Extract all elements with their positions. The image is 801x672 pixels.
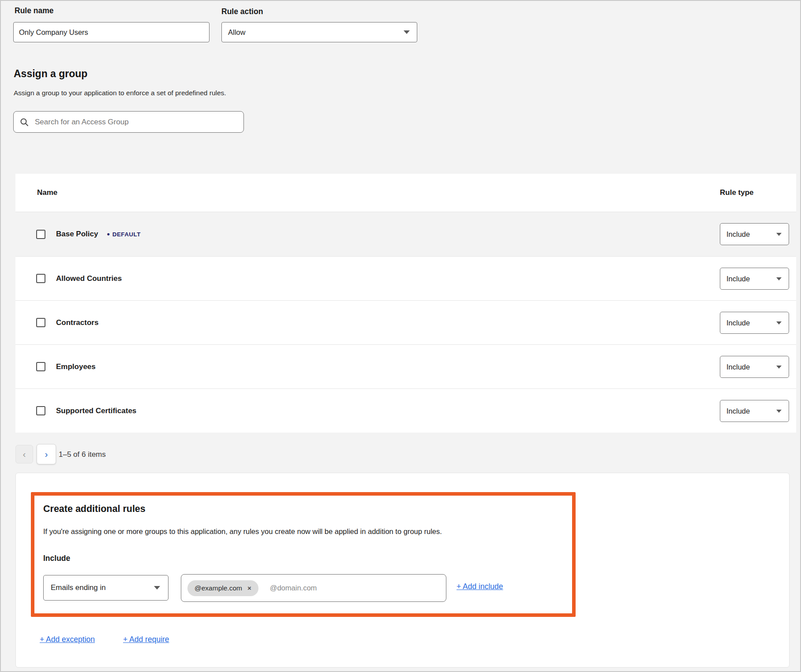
table-row: Base Policy • DEFAULT Include [15, 212, 796, 256]
table-row: Supported Certificates Include [15, 388, 796, 433]
default-badge: • DEFAULT [107, 230, 140, 238]
additional-rules-description: If you're assigning one or more groups t… [43, 527, 564, 536]
chevron-down-icon [776, 277, 782, 280]
bullet-icon: • [107, 230, 109, 238]
table-header: Name Rule type [15, 174, 796, 212]
remove-chip-icon[interactable]: × [247, 585, 251, 591]
row-name: Supported Certificates [56, 407, 136, 415]
rule-type-select[interactable]: Include [720, 400, 789, 422]
access-group-search [13, 111, 244, 133]
email-domains-input: @example.com × [181, 574, 446, 602]
table-row: Allowed Countries Include [15, 256, 796, 300]
page: Rule name Rule action Allow Assign a gro… [0, 0, 801, 672]
row-name: Base Policy [56, 230, 98, 239]
include-label: Include [43, 554, 70, 563]
rule-action-select[interactable]: Allow [221, 22, 417, 42]
assign-group-description: Assign a group to your application to en… [14, 89, 226, 97]
chevron-down-icon [776, 410, 782, 413]
row-checkbox[interactable] [36, 274, 45, 283]
row-checkbox[interactable] [36, 406, 45, 415]
chevron-down-icon [776, 233, 782, 236]
domain-input[interactable] [269, 583, 440, 593]
rule-type-select[interactable]: Include [720, 268, 789, 290]
add-require-link[interactable]: + Add require [123, 635, 169, 644]
add-exception-link[interactable]: + Add exception [40, 635, 95, 644]
rule-type-select[interactable]: Include [720, 356, 789, 378]
chevron-down-icon [776, 366, 782, 369]
row-checkbox[interactable] [36, 318, 45, 327]
additional-rules-heading: Create additional rules [43, 504, 146, 515]
chevron-down-icon [776, 321, 782, 325]
table-row: Employees Include [15, 344, 796, 388]
row-name: Employees [56, 362, 96, 371]
access-groups-table: Name Rule type Base Policy • DEFAULT Inc… [15, 174, 796, 433]
pagination-next-button[interactable]: › [37, 444, 56, 464]
rule-name-label: Rule name [15, 6, 54, 15]
row-checkbox[interactable] [36, 230, 45, 239]
rule-type-select[interactable]: Include [720, 312, 789, 334]
rule-action-value: Allow [228, 28, 245, 37]
rule-type-select[interactable]: Include [720, 223, 789, 245]
pagination-prev-button[interactable]: ‹ [15, 445, 33, 463]
table-row: Contractors Include [15, 300, 796, 344]
row-checkbox[interactable] [36, 362, 45, 371]
chevron-down-icon [154, 586, 160, 590]
pagination-range: 1–5 of 6 items [59, 450, 106, 459]
column-header-rule-type: Rule type [720, 174, 754, 212]
chevron-down-icon [404, 30, 410, 34]
rule-condition-select[interactable]: Emails ending in [43, 575, 168, 601]
search-icon [20, 118, 29, 127]
chevron-left-icon: ‹ [23, 449, 26, 459]
rule-name-input[interactable] [13, 22, 210, 42]
highlight-box: Create additional rules If you're assign… [31, 492, 576, 617]
search-input[interactable] [34, 117, 237, 127]
row-name: Contractors [56, 318, 98, 327]
row-name: Allowed Countries [56, 274, 122, 283]
assign-group-heading: Assign a group [14, 68, 87, 80]
rule-action-label: Rule action [221, 7, 263, 16]
email-chip: @example.com × [187, 580, 258, 596]
column-header-name: Name [37, 174, 57, 212]
add-include-link[interactable]: + Add include [457, 582, 503, 591]
chevron-right-icon: › [45, 449, 48, 459]
